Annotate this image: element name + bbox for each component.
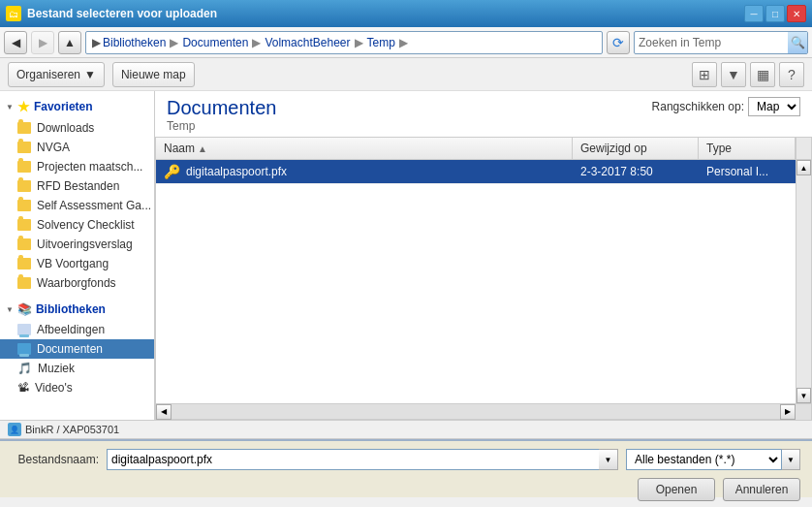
bottom-bar: Bestandsnaam: ▼ Alle bestanden (*.*) ▼ O… (0, 439, 812, 497)
new-folder-label: Nieuwe map (121, 68, 186, 81)
h-scrollbar[interactable]: ◀ ▶ (156, 403, 811, 419)
path-bar-user: 👤 BinkR / XAP053701 (8, 423, 119, 436)
sidebar-item-uitvoering[interactable]: Uitvoeringsverslag (0, 235, 154, 254)
sidebar-item-nvga[interactable]: NVGA (0, 138, 154, 157)
folder-icon (17, 258, 31, 269)
forward-button[interactable]: ▶ (31, 31, 54, 54)
open-button[interactable]: Openen (638, 478, 715, 501)
preview-button[interactable]: ▦ (750, 62, 775, 87)
sidebar-item-afbeeldingen[interactable]: Afbeeldingen (0, 320, 154, 339)
address-path[interactable]: ▶ Bibliotheken ▶ Documenten ▶ VolmachtBe… (85, 31, 603, 54)
sort-control: Rangschikken op: Map (652, 97, 800, 116)
h-scroll-track (172, 404, 780, 419)
second-toolbar: Organiseren ▼ Nieuwe map ⊞ ▼ ▦ ? (0, 58, 812, 91)
view-controls: ⊞ ▼ ▦ ? (692, 62, 804, 87)
sidebar-item-solvency[interactable]: Solvency Checklist (0, 215, 154, 235)
bread-item-documenten: Documenten (182, 36, 248, 49)
sidebar-item-projecten[interactable]: Projecten maatsch... (0, 157, 154, 176)
sidebar-item-videos[interactable]: 📽 Video's (0, 378, 154, 397)
sidebar-item-waarborgfonds[interactable]: Waarborgfonds (0, 273, 154, 293)
file-table-container: Naam ▲ Gewijzigd op Type 🔑 digit (155, 137, 812, 420)
breadcrumb: ▶ Bibliotheken ▶ Documenten ▶ VolmachtBe… (92, 36, 410, 49)
h-scroll-left[interactable]: ◀ (156, 404, 172, 420)
user-icon: 👤 (8, 423, 21, 436)
main-content: ▼ ★ Favorieten Downloads NVGA Projecten … (0, 91, 812, 420)
sidebar: ▼ ★ Favorieten Downloads NVGA Projecten … (0, 91, 154, 420)
bread-item-volmachtbeheer: VolmachtBeheer (265, 36, 350, 49)
libraries-section[interactable]: ▼ 📚 Bibliotheken (0, 299, 154, 320)
sidebar-item-rfd[interactable]: RFD Bestanden (0, 176, 154, 196)
scrollbar-header-spacer (796, 138, 811, 159)
back-button[interactable]: ◀ (4, 31, 27, 54)
filetype-dropdown-arrow[interactable]: ▼ (781, 449, 800, 470)
sidebar-item-documenten[interactable]: Documenten (0, 339, 154, 359)
minimize-button[interactable]: ─ (744, 5, 764, 22)
v-scroll-up[interactable]: ▲ (796, 160, 811, 175)
sort-dropdown[interactable]: Map (748, 97, 800, 116)
filename-row: Bestandsnaam: ▼ Alle bestanden (*.*) ▼ (12, 449, 800, 470)
cancel-button[interactable]: Annuleren (723, 478, 800, 501)
pfx-file-icon: 🔑 (164, 164, 180, 179)
sidebar-item-self-assessment[interactable]: Self Assessment Ga... (0, 196, 154, 215)
organize-button[interactable]: Organiseren ▼ (8, 62, 105, 87)
folder-icon (17, 180, 31, 192)
file-rows-container: 🔑 digitaalpaspoort.pfx 2-3-2017 8:50 Per… (156, 160, 811, 403)
filename-input-container: ▼ (107, 449, 618, 470)
music-icon: 🎵 (17, 362, 32, 375)
v-scrollbar[interactable]: ▲ ▼ (796, 160, 811, 403)
col-header-date[interactable]: Gewijzigd op (573, 138, 699, 159)
file-list: 🔑 digitaalpaspoort.pfx 2-3-2017 8:50 Per… (156, 160, 796, 403)
search-icon-button[interactable]: 🔍 (788, 32, 807, 53)
folder-icon (17, 200, 31, 211)
filename-dropdown-arrow[interactable]: ▼ (599, 449, 618, 470)
file-row[interactable]: 🔑 digitaalpaspoort.pfx 2-3-2017 8:50 Per… (156, 160, 796, 184)
filename-label: Bestandsnaam: (12, 453, 99, 466)
title-bar-left: 🗂 Bestand selecteren voor uploaden (6, 6, 217, 21)
file-area-top: Documenten Temp Rangschikken op: Map (155, 91, 812, 133)
video-icon: 📽 (17, 381, 29, 395)
refresh-button[interactable]: ⟳ (607, 31, 630, 54)
organize-arrow: ▼ (84, 68, 96, 81)
window-title: Bestand selecteren voor uploaden (27, 7, 217, 20)
scroll-corner (796, 404, 811, 420)
col-header-name[interactable]: Naam ▲ (156, 138, 573, 159)
file-area-header: Documenten Temp (167, 97, 276, 133)
v-scroll-track (796, 175, 811, 388)
view-type-button[interactable]: ⊞ (692, 62, 717, 87)
folder-icon (17, 238, 31, 250)
h-scroll-right[interactable]: ▶ (780, 404, 796, 420)
title-bar: 🗂 Bestand selecteren voor uploaden ─ □ ✕ (0, 0, 812, 27)
file-area-title: Documenten (167, 97, 276, 119)
search-input[interactable] (635, 36, 788, 49)
file-area-subtitle: Temp (167, 119, 276, 133)
app-icon: 🗂 (6, 6, 21, 21)
file-area: Documenten Temp Rangschikken op: Map Naa… (155, 91, 812, 420)
folder-icon (17, 277, 31, 289)
file-table-header: Naam ▲ Gewijzigd op Type (156, 138, 811, 160)
search-box[interactable]: 🔍 (634, 31, 808, 54)
file-cell-name: 🔑 digitaalpaspoort.pfx (156, 160, 573, 183)
help-button[interactable]: ? (779, 62, 804, 87)
close-button[interactable]: ✕ (787, 5, 806, 22)
libraries-label: Bibliotheken (36, 302, 106, 316)
col-header-type[interactable]: Type (699, 138, 796, 159)
filename-input[interactable] (107, 449, 599, 470)
folder-icon (17, 122, 31, 134)
filetype-container: Alle bestanden (*.*) ▼ (626, 449, 800, 470)
v-scroll-down[interactable]: ▼ (796, 388, 811, 403)
sidebar-item-downloads[interactable]: Downloads (0, 118, 154, 138)
path-bar: 👤 BinkR / XAP053701 (0, 420, 812, 439)
folder-icon (17, 161, 31, 173)
view-dropdown-button[interactable]: ▼ (721, 62, 746, 87)
libraries-icon: 📚 (17, 302, 32, 316)
new-folder-button[interactable]: Nieuwe map (112, 62, 195, 87)
sidebar-item-muziek[interactable]: 🎵 Muziek (0, 359, 154, 378)
bread-item-1: ▶ (92, 36, 101, 49)
maximize-button[interactable]: □ (765, 5, 785, 22)
filetype-dropdown[interactable]: Alle bestanden (*.*) (626, 449, 781, 470)
favorites-section[interactable]: ▼ ★ Favorieten (0, 95, 154, 118)
sort-label: Rangschikken op: (652, 100, 744, 113)
sidebar-item-vb[interactable]: VB Voortgang (0, 254, 154, 273)
bread-item-temp: Temp (367, 36, 395, 49)
up-button[interactable]: ▲ (58, 31, 81, 54)
